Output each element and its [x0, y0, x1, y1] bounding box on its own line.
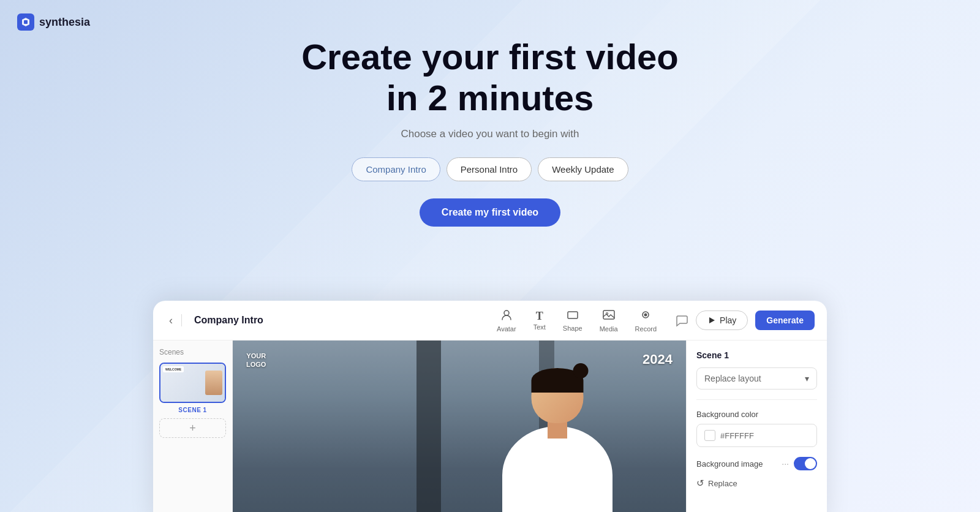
- toggle-knob: [805, 458, 816, 469]
- toolbar-nav: ‹: [165, 312, 182, 329]
- canvas-logo: YOUR LOGO: [246, 352, 266, 369]
- scene-name: SCENE 1: [159, 407, 226, 413]
- avatar-label: Avatar: [497, 325, 516, 333]
- scene-welcome-text: WELCOME: [163, 366, 184, 372]
- svg-rect-4: [603, 311, 614, 319]
- svg-point-2: [504, 311, 509, 315]
- logo-text: synthesia: [39, 16, 90, 29]
- tool-avatar[interactable]: Avatar: [497, 308, 516, 333]
- panel-section-title: Scene 1: [696, 350, 817, 360]
- tab-company-intro[interactable]: Company Intro: [352, 157, 440, 181]
- bg-image-toggle-row: Background image ···: [696, 457, 817, 470]
- scenes-panel: Scenes WELCOME SCENE 1 +: [153, 341, 233, 512]
- hero-section: Create your first video in 2 minutes Cho…: [0, 0, 980, 227]
- hero-subtitle: Choose a video you want to begin with: [0, 128, 980, 140]
- tab-personal-intro[interactable]: Personal Intro: [447, 157, 532, 181]
- avatar-icon: [500, 308, 513, 323]
- replace-layout-dropdown[interactable]: Replace layout ▾: [696, 367, 817, 390]
- tab-weekly-update[interactable]: Weekly Update: [538, 157, 628, 181]
- play-label: Play: [720, 315, 736, 325]
- toolbar-actions: Play Generate: [675, 311, 815, 330]
- tool-shape[interactable]: Shape: [563, 309, 582, 332]
- canvas-logo-line1: YOUR: [246, 352, 266, 360]
- replace-label: Replace: [708, 479, 737, 488]
- scene-1-thumbnail[interactable]: WELCOME: [159, 363, 226, 403]
- tool-media[interactable]: Media: [600, 308, 618, 333]
- person-hair-bun: [573, 363, 589, 378]
- canvas-person: [478, 350, 637, 512]
- color-swatch: [704, 430, 715, 441]
- replace-button[interactable]: ↺ Replace: [696, 478, 817, 489]
- chat-button[interactable]: [675, 314, 688, 327]
- bg-image-label: Background image: [696, 459, 763, 469]
- bg-color-input[interactable]: #FFFFFF: [696, 424, 817, 447]
- person-face: [532, 368, 584, 423]
- toggle-right: ···: [782, 457, 817, 470]
- person-shirt: [502, 426, 612, 512]
- replace-icon: ↺: [696, 478, 704, 489]
- hero-title: Create your first video in 2 minutes: [0, 37, 980, 118]
- svg-marker-8: [709, 317, 715, 323]
- generate-button[interactable]: Generate: [755, 311, 815, 330]
- scene-thumb-inner: WELCOME: [160, 364, 225, 402]
- canvas-pillar-left: [417, 341, 441, 512]
- text-label: Text: [533, 323, 546, 331]
- back-button[interactable]: ‹: [165, 312, 176, 329]
- add-scene-button[interactable]: +: [159, 418, 226, 438]
- text-icon: T: [536, 311, 543, 322]
- editor-body: Scenes WELCOME SCENE 1 +: [153, 341, 827, 512]
- chevron-down-icon: ▾: [805, 374, 809, 383]
- svg-rect-3: [568, 312, 578, 318]
- logo: synthesia: [17, 13, 90, 31]
- scene-avatar-mini: [205, 371, 222, 395]
- record-label: Record: [635, 325, 657, 333]
- tool-record[interactable]: Record: [635, 308, 657, 333]
- shape-icon: [567, 309, 579, 323]
- toolbar-tools: Avatar T Text Shape Media: [497, 308, 657, 333]
- canvas-area: YOUR LOGO 2024: [233, 341, 686, 512]
- video-type-tabs: Company Intro Personal Intro Weekly Upda…: [0, 157, 980, 181]
- media-icon: [602, 308, 616, 323]
- play-button[interactable]: Play: [696, 311, 748, 330]
- right-panel: Scene 1 Replace layout ▾ Background colo…: [686, 341, 827, 512]
- synthesia-logo-icon: [17, 13, 34, 31]
- canvas-year: 2024: [643, 352, 673, 367]
- media-label: Media: [600, 325, 618, 333]
- record-icon: [639, 308, 652, 323]
- svg-point-7: [644, 314, 647, 317]
- panel-divider-1: [696, 399, 817, 400]
- create-first-video-button[interactable]: Create my first video: [420, 198, 560, 227]
- tool-text[interactable]: T Text: [533, 311, 546, 331]
- bg-image-toggle[interactable]: [794, 457, 817, 470]
- svg-rect-1: [24, 20, 28, 24]
- canvas-logo-line2: LOGO: [246, 360, 266, 369]
- editor-title: Company Intro: [194, 315, 497, 326]
- scenes-label: Scenes: [159, 348, 226, 356]
- shape-label: Shape: [563, 325, 582, 332]
- color-value: #FFFFFF: [720, 431, 754, 440]
- bg-color-label: Background color: [696, 410, 817, 419]
- replace-layout-label: Replace layout: [704, 374, 761, 383]
- more-options-icon[interactable]: ···: [782, 459, 789, 469]
- editor-card: ‹ Company Intro Avatar T Text Shape: [153, 301, 827, 512]
- editor-toolbar: ‹ Company Intro Avatar T Text Shape: [153, 301, 827, 341]
